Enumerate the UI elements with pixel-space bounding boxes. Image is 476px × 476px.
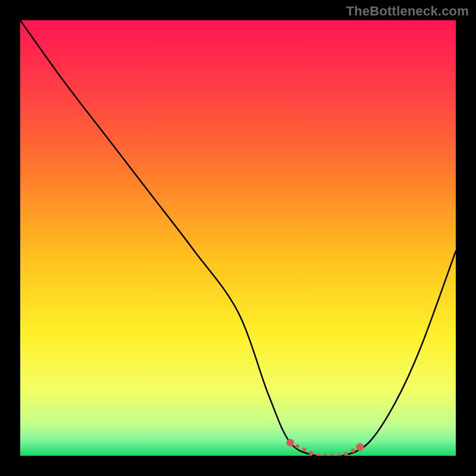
svg-point-9 [337,454,341,456]
svg-point-10 [344,452,348,456]
svg-point-1 [286,439,294,447]
svg-point-8 [330,454,334,456]
svg-point-7 [323,454,327,456]
plot-area [20,20,456,456]
svg-point-6 [316,454,320,456]
watermark-label: TheBottleneck.com [346,4,469,19]
svg-point-4 [302,447,306,452]
svg-point-2 [356,443,364,451]
svg-point-5 [309,451,314,455]
chart-frame: TheBottleneck.com [0,0,476,476]
curve-line [20,20,456,456]
svg-point-11 [351,449,355,453]
bottleneck-curve [20,20,456,456]
svg-point-3 [295,444,299,448]
